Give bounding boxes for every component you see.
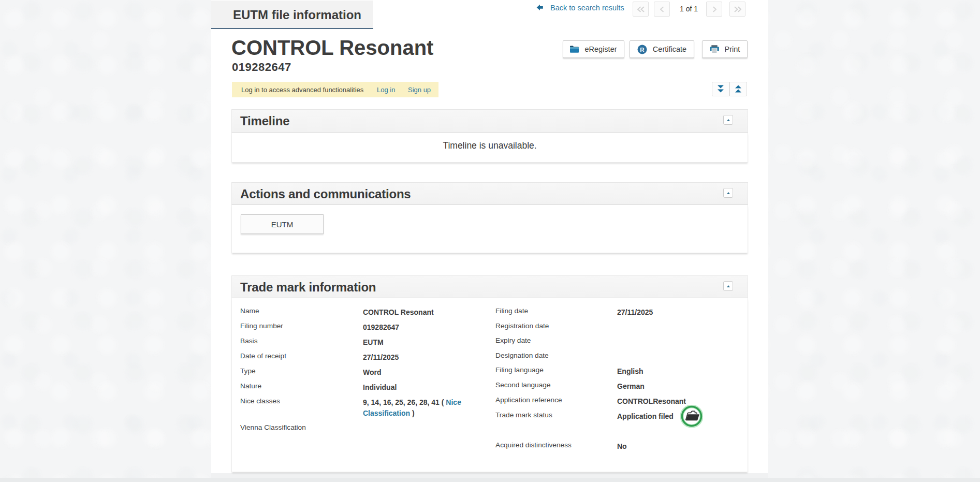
svg-text:R: R xyxy=(640,46,645,52)
